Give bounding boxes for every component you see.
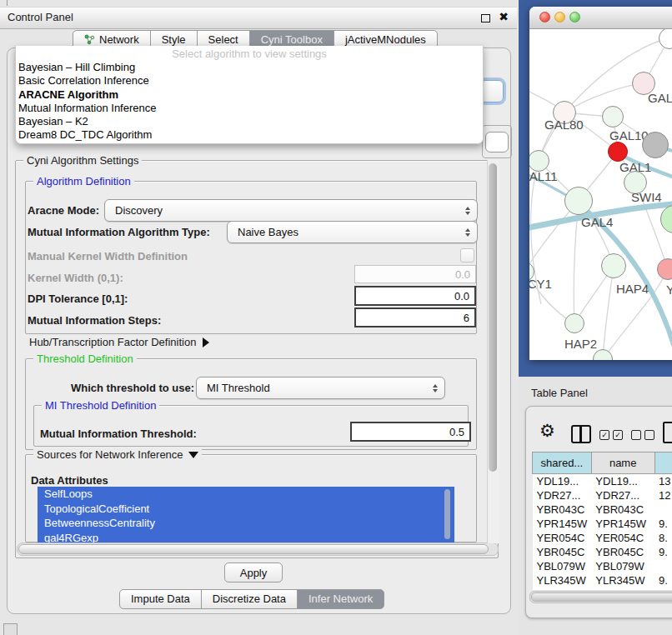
sources-group-title[interactable]: Sources for Network Inference <box>33 448 202 461</box>
tab-infer-network[interactable]: Infer Network <box>297 589 384 609</box>
manual-kernel-checkbox[interactable] <box>460 248 474 262</box>
network-node-gal1[interactable] <box>608 142 628 162</box>
table-row[interactable]: YBR045CYBR045C9. <box>533 545 672 559</box>
network-node[interactable] <box>642 132 669 158</box>
table-cell[interactable]: YBR045C <box>533 545 592 559</box>
close-traffic-light-icon[interactable] <box>539 12 550 22</box>
tab-discretize-data[interactable]: Discretize Data <box>201 589 298 609</box>
table-cell[interactable] <box>654 502 672 517</box>
hub-definition-toggle[interactable]: Hub/Transcription Factor Definition <box>29 336 209 348</box>
table-cell[interactable]: YBR045C <box>591 545 654 559</box>
table-cell[interactable]: 8. <box>654 531 672 545</box>
table-cell[interactable]: 13 <box>654 474 672 489</box>
which-threshold-value: MI Threshold <box>197 382 270 394</box>
network-node-hap2[interactable] <box>564 313 584 333</box>
tab-label: Discretize Data <box>213 592 286 605</box>
algorithm-option-bayesian-k2[interactable]: Bayesian – K2 <box>16 115 483 128</box>
select-all-checkboxes-icon[interactable]: ✓✓ <box>599 430 623 440</box>
table-row[interactable]: YBR043CYBR043C <box>533 502 672 517</box>
network-node-hap4[interactable] <box>601 253 626 278</box>
table-cell[interactable]: 9. <box>654 545 672 559</box>
hub-definition-label: Hub/Transcription Factor Definition <box>29 336 196 348</box>
table-row[interactable]: YDR27...YDR27...12 <box>533 488 672 502</box>
table-cell[interactable]: YPR145W <box>533 517 592 531</box>
table-cell[interactable]: YDL19... <box>591 474 654 489</box>
mi-threshold-group-title: MI Threshold Definition <box>42 399 159 412</box>
table-cell[interactable]: YLR345W <box>533 573 592 588</box>
column-header-shared[interactable]: shared... <box>533 452 592 474</box>
data-attributes-list[interactable]: SelfLoopsTopologicalCoefficientBetweenne… <box>38 487 454 546</box>
table-cell[interactable]: 9. <box>654 573 672 588</box>
algorithm-option-bayesian-hill-climbing[interactable]: Bayesian – Hill Climbing <box>16 61 483 74</box>
dpi-tolerance-value: 0.0 <box>454 290 469 302</box>
table-cell[interactable]: YDR27... <box>533 488 592 502</box>
algorithm-option-dream8-dc-tdc-algorithm[interactable]: Dream8 DC_TDC Algorithm <box>16 128 483 142</box>
attribute-item-topologicalcoefficient[interactable]: TopologicalCoefficient <box>38 502 454 517</box>
which-threshold-select[interactable]: MI Threshold <box>196 377 445 399</box>
minimize-traffic-light-icon[interactable] <box>554 12 565 22</box>
table-cell[interactable]: 9. <box>654 588 672 590</box>
table-row[interactable]: YDL19...YDL19...13 <box>533 474 672 489</box>
attribute-item-selfloops[interactable]: SelfLoops <box>38 487 454 502</box>
table-row[interactable]: YBL079WYBL079W <box>533 559 672 573</box>
apply-button[interactable]: Apply <box>224 562 283 582</box>
node-label-gal4: GAL4 <box>581 215 613 229</box>
table-cell[interactable]: YBL079W <box>591 559 654 573</box>
kernel-width-field: 0.0 <box>354 265 476 283</box>
table-cell[interactable]: YIL052C <box>533 588 592 590</box>
mi-threshold-field[interactable]: 0.5 <box>350 422 471 442</box>
node-label-gal80: GAL80 <box>544 118 584 132</box>
table-row[interactable]: YER054CYER054C8. <box>533 531 672 545</box>
collapsed-panel-icon[interactable] <box>3 623 18 635</box>
algorithm-option-aracne-algorithm[interactable]: ARACNE Algorithm <box>16 88 483 102</box>
table-cell[interactable]: YLR345W <box>591 573 654 588</box>
table-cell[interactable]: YPR145W <box>591 517 654 531</box>
table-cell[interactable]: YBL079W <box>533 559 592 573</box>
table-cell[interactable]: YDR27... <box>591 488 654 502</box>
algorithm-option-basic-correlation-inference[interactable]: Basic Correlation Inference <box>16 74 483 88</box>
table-cell[interactable]: 12 <box>654 488 672 502</box>
attribute-item-betweennesscentrality[interactable]: BetweennessCentrality <box>38 516 454 531</box>
table-cell[interactable]: YER054C <box>533 531 592 545</box>
mi-type-select[interactable]: Naive Bayes <box>227 221 478 243</box>
tab-label: Select <box>208 33 238 46</box>
table-row[interactable]: YPR145WYPR145W9. <box>533 517 672 531</box>
column-header-name[interactable]: name <box>591 452 654 474</box>
close-icon[interactable]: ✖ <box>499 10 509 23</box>
mi-steps-field[interactable]: 6 <box>354 308 476 328</box>
table-cell[interactable]: 9. <box>654 517 672 531</box>
column-header-2[interactable] <box>654 452 672 474</box>
deselect-all-checkboxes-icon[interactable] <box>631 430 654 440</box>
split-columns-icon[interactable] <box>571 425 591 443</box>
table-horizontal-scrollbar[interactable] <box>529 591 672 603</box>
list-scrollbar[interactable] <box>444 489 450 539</box>
table-cell[interactable]: YER054C <box>591 531 654 545</box>
float-window-icon[interactable] <box>481 14 490 22</box>
table-cell[interactable]: YBR043C <box>591 502 654 517</box>
settings-horizontal-scrollbar[interactable] <box>17 542 499 556</box>
collapsed-arrow-icon <box>203 338 209 348</box>
network-node-gal10[interactable] <box>602 106 624 128</box>
algorithm-definition-title: Algorithm Definition <box>33 175 134 188</box>
table-row[interactable]: YLR345WYLR345W9. <box>533 573 672 588</box>
tab-impute-data[interactable]: Impute Data <box>119 589 202 609</box>
zoom-traffic-light-icon[interactable] <box>569 12 580 22</box>
network-canvas[interactable]: GALGAL80GAL10GAL1GAL11SWI4GAL4GCY1HAP4YH… <box>529 29 672 360</box>
dpi-tolerance-field[interactable]: 0.0 <box>354 286 476 306</box>
node-label-gcy1: GCY1 <box>529 277 552 291</box>
table-cell[interactable]: YBR043C <box>533 502 592 517</box>
new-table-icon[interactable] <box>663 422 672 443</box>
network-view-window[interactable]: GALGAL80GAL10GAL1GAL11SWI4GAL4GCY1HAP4YH… <box>529 7 672 360</box>
algorithm-option-mutual-information-inference[interactable]: Mutual Information Inference <box>16 102 483 115</box>
table-cell[interactable] <box>654 559 672 573</box>
aracne-mode-select[interactable]: Discovery <box>104 199 478 222</box>
table-cell[interactable]: YDL19... <box>533 474 592 489</box>
gear-icon[interactable]: ⚙ <box>539 421 555 441</box>
table-row[interactable]: YIL052CYIL052C9. <box>533 588 672 590</box>
table-cell[interactable]: YIL052C <box>591 588 654 590</box>
tab-label: Network <box>99 33 139 46</box>
screenshot-stage: Control Panel ✖ NetworkStyleSelectCyni T… <box>0 0 672 635</box>
network-node-gal4[interactable] <box>564 187 593 215</box>
data-attributes-label: Data Attributes <box>31 474 108 487</box>
settings-vertical-scrollbar[interactable] <box>487 160 499 543</box>
